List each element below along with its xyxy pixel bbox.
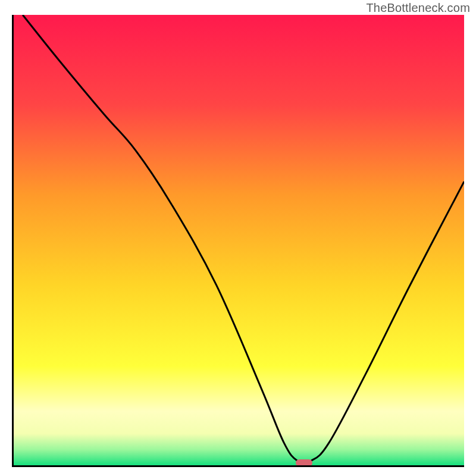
chart-container: TheBottleneck.com — [0, 0, 476, 476]
watermark-text: TheBottleneck.com — [366, 1, 470, 15]
optimal-marker — [296, 459, 312, 466]
plot-area — [12, 15, 464, 467]
bottleneck-curve — [14, 15, 464, 465]
